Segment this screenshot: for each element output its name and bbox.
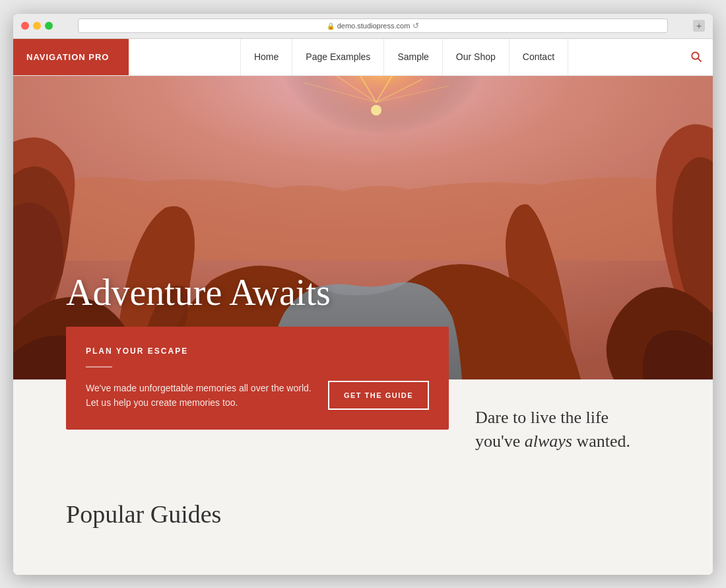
browser-window: 🔒 demo.studiopress.com ↺ + NAVIGATION PR… <box>13 14 713 575</box>
maximize-button[interactable] <box>45 22 53 30</box>
content-section: PLAN YOUR ESCAPE We've made unforgettabl… <box>13 379 713 480</box>
cta-title: PLAN YOUR ESCAPE <box>86 346 429 356</box>
close-button[interactable] <box>21 22 29 30</box>
nav-logo[interactable]: NAVIGATION PRO <box>13 39 129 75</box>
cta-body-text: We've made unforgettable memories all ov… <box>86 381 315 410</box>
nav-links: Home Page Examples Sample Our Shop Conta… <box>129 39 680 75</box>
svg-point-0 <box>692 52 699 59</box>
nav-link-sample[interactable]: Sample <box>384 39 442 75</box>
svg-line-1 <box>698 59 702 62</box>
new-tab-button[interactable]: + <box>693 20 705 32</box>
browser-chrome: 🔒 demo.studiopress.com ↺ + <box>13 14 713 39</box>
nav-link-home[interactable]: Home <box>240 39 292 75</box>
reload-icon[interactable]: ↺ <box>412 21 419 30</box>
popular-guides-section: Popular Guides <box>13 500 713 529</box>
tagline-section: Dare to live the life you've always want… <box>475 379 660 454</box>
website-content: NAVIGATION PRO Home Page Examples Sample… <box>13 39 713 575</box>
url-text: demo.studiopress.com <box>337 22 411 30</box>
tagline-line2: you've <box>475 432 525 451</box>
cta-card: PLAN YOUR ESCAPE We've made unforgettabl… <box>66 327 449 430</box>
popular-guides-title: Popular Guides <box>66 500 660 529</box>
nav-link-contact[interactable]: Contact <box>510 39 568 75</box>
cta-divider <box>86 366 112 368</box>
address-bar[interactable]: 🔒 demo.studiopress.com ↺ <box>78 18 668 33</box>
nav-link-page-examples[interactable]: Page Examples <box>292 39 384 75</box>
tagline-text: Dare to live the life you've always want… <box>475 406 660 454</box>
content-row: PLAN YOUR ESCAPE We've made unforgettabl… <box>13 379 713 454</box>
traffic-lights <box>21 22 53 30</box>
minimize-button[interactable] <box>33 22 41 30</box>
hero-title: Adventure Awaits <box>66 273 331 313</box>
navigation-bar: NAVIGATION PRO Home Page Examples Sample… <box>13 39 713 76</box>
lock-icon: 🔒 <box>327 22 335 30</box>
get-the-guide-button[interactable]: GET THE GUIDE <box>328 381 429 410</box>
tagline-line3: wanted. <box>572 432 630 451</box>
tagline-emphasis: always <box>525 432 572 451</box>
tagline-line1: Dare to live the life <box>475 408 609 427</box>
nav-link-our-shop[interactable]: Our Shop <box>443 39 510 75</box>
nav-search-button[interactable] <box>680 39 713 75</box>
cta-body: We've made unforgettable memories all ov… <box>86 381 429 410</box>
